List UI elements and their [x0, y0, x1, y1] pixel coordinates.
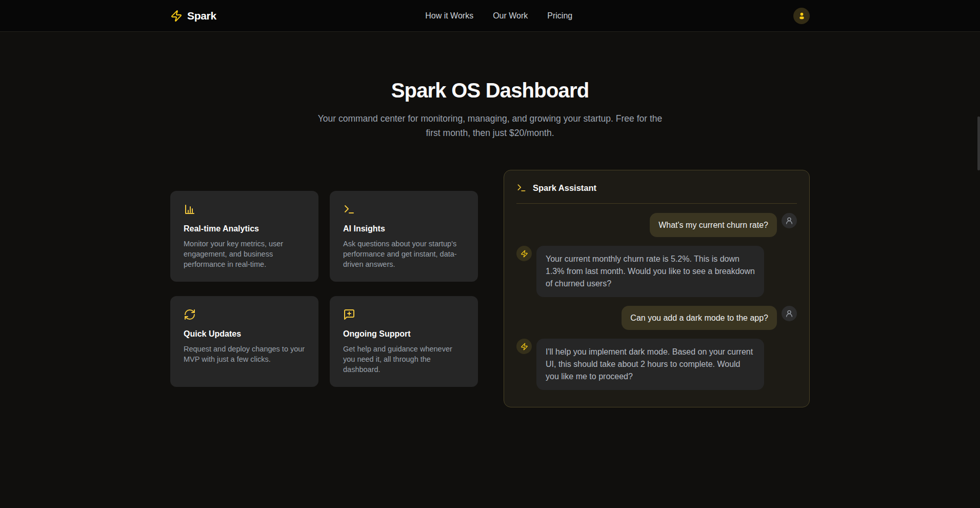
- top-nav: Spark How it Works Our Work Pricing: [0, 0, 980, 32]
- user-filled-icon: [797, 11, 806, 20]
- spark-assistant-panel: Spark Assistant What's my current churn …: [504, 170, 810, 407]
- feature-card-ongoing-support: Ongoing Support Get help and guidance wh…: [330, 296, 478, 387]
- user-message-bubble: Can you add a dark mode to the app?: [622, 306, 777, 330]
- user-message-bubble: What's my current churn rate?: [650, 213, 777, 237]
- zap-icon: [521, 343, 528, 350]
- assistant-message-bubble: Your current monthly churn rate is 5.2%.…: [536, 246, 764, 297]
- brand-logo[interactable]: Spark: [170, 10, 216, 22]
- feature-description: Get help and guidance whenever you need …: [343, 344, 465, 375]
- feature-description: Monitor your key metrics, user engagemen…: [184, 239, 305, 269]
- terminal-icon: [516, 183, 527, 193]
- feature-title: AI Insights: [343, 224, 465, 233]
- assistant-avatar: [516, 339, 532, 354]
- feature-card-quick-updates: Quick Updates Request and deploy changes…: [170, 296, 318, 387]
- user-avatar: [782, 213, 797, 228]
- chat-message-assistant: I'll help you implement dark mode. Based…: [516, 339, 797, 390]
- assistant-panel-header: Spark Assistant: [516, 183, 797, 204]
- bar-chart-icon: [184, 203, 305, 216]
- assistant-panel-title: Spark Assistant: [533, 183, 596, 193]
- feature-description: Request and deploy changes to your MVP w…: [184, 344, 305, 364]
- nav-links: How it Works Our Work Pricing: [425, 11, 572, 21]
- zap-icon: [170, 10, 183, 22]
- page-title: Spark OS Dashboard: [0, 79, 980, 102]
- feature-description: Ask questions about your startup's perfo…: [343, 239, 465, 269]
- assistant-message-bubble: I'll help you implement dark mode. Based…: [536, 339, 764, 390]
- assistant-avatar: [516, 246, 532, 261]
- nav-link-pricing[interactable]: Pricing: [547, 11, 572, 21]
- chat-message-user: What's my current churn rate?: [516, 213, 797, 237]
- brand-name: Spark: [187, 10, 216, 22]
- feature-card-ai-insights: AI Insights Ask questions about your sta…: [330, 191, 478, 282]
- user-icon: [785, 309, 793, 318]
- feature-title: Real-time Analytics: [184, 224, 305, 233]
- chat-message-user: Can you add a dark mode to the app?: [516, 306, 797, 330]
- hero-section: Spark OS Dashboard Your command center f…: [0, 32, 980, 140]
- page-scrollbar-thumb[interactable]: [977, 116, 980, 170]
- zap-icon: [521, 250, 528, 258]
- terminal-icon: [343, 203, 465, 216]
- user-avatar: [782, 306, 797, 321]
- chat-message-assistant: Your current monthly churn rate is 5.2%.…: [516, 246, 797, 297]
- feature-title: Quick Updates: [184, 329, 305, 339]
- nav-link-our-work[interactable]: Our Work: [493, 11, 528, 21]
- user-icon: [785, 217, 793, 225]
- feature-grid: Real-time Analytics Monitor your key met…: [170, 191, 478, 387]
- account-avatar-button[interactable]: [793, 8, 810, 24]
- nav-link-how-it-works[interactable]: How it Works: [425, 11, 473, 21]
- feature-card-realtime-analytics: Real-time Analytics Monitor your key met…: [170, 191, 318, 282]
- message-square-plus-icon: [343, 308, 465, 321]
- page-subtitle: Your command center for monitoring, mana…: [313, 111, 667, 140]
- feature-title: Ongoing Support: [343, 329, 465, 339]
- refresh-icon: [184, 308, 305, 321]
- chat-messages: What's my current churn rate? Your curre…: [516, 204, 797, 390]
